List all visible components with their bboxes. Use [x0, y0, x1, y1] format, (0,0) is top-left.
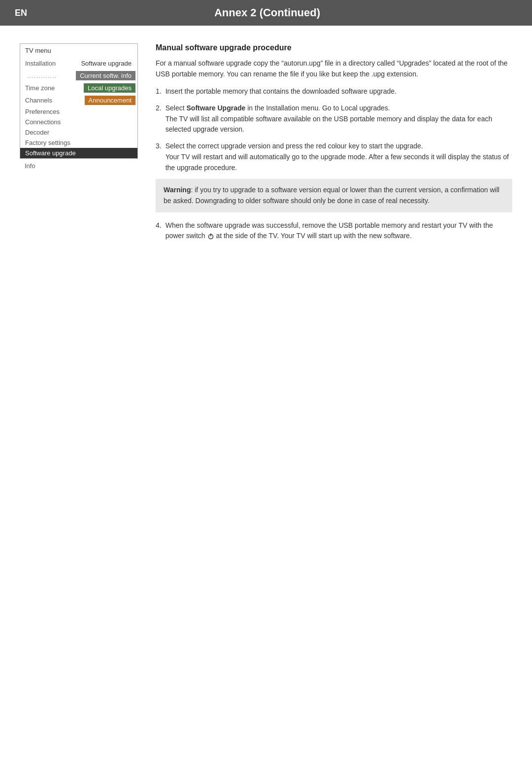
step-4-content: When the software upgrade was successful… — [166, 220, 512, 242]
warning-text: : if you try to upgrade to a software ve… — [164, 186, 499, 205]
tv-menu-box: TV menu Installation Software upgrade ..… — [20, 43, 138, 159]
step-1-number: 1. — [156, 86, 162, 97]
menu-row-timezone: Time zone Local upgrades — [20, 82, 137, 94]
menu-value-software-upgrade: Software upgrade — [77, 59, 135, 68]
warning-box: Warning: if you try to upgrade to a soft… — [156, 179, 512, 212]
step-1-content: Insert the portable memory that contains… — [166, 86, 512, 97]
step-1: 1. Insert the portable memory that conta… — [156, 86, 512, 97]
step4-list: 4. When the software upgrade was success… — [156, 220, 512, 242]
step-4: 4. When the software upgrade was success… — [156, 220, 512, 242]
header-bar: EN Annex 2 (Continued) — [0, 0, 532, 26]
menu-value-local-upgrades: Local upgrades — [84, 83, 135, 93]
menu-value-announcement: Announcement — [85, 96, 135, 105]
menu-row-software-upgrade-selected: Software upgrade — [20, 148, 137, 158]
menu-row-dots: ............. Current softw. info — [20, 70, 137, 82]
menu-label-dots: ............. — [22, 71, 76, 80]
step-2-number: 2. — [156, 103, 162, 135]
step-2-content: Select Software Upgrade in the Installat… — [166, 103, 512, 135]
page-title: Annex 2 (Continued) — [37, 6, 517, 19]
warning-bold: Warning — [164, 186, 191, 194]
menu-label-channels: Channels — [22, 96, 85, 105]
page-content: TV menu Installation Software upgrade ..… — [0, 26, 532, 267]
steps-list: 1. Insert the portable memory that conta… — [156, 86, 512, 173]
step-2-bold: Software Upgrade — [187, 104, 246, 112]
step-3: 3. Select the correct upgrade version an… — [156, 141, 512, 173]
menu-row-preferences: Preferences — [20, 106, 137, 117]
menu-row-factory-settings: Factory settings — [20, 138, 137, 148]
menu-row-connections: Connections — [20, 117, 137, 127]
menu-value-current-softw: Current softw. info — [76, 71, 135, 80]
menu-info-item: Info — [20, 160, 138, 172]
step-4-number: 4. — [156, 220, 162, 242]
menu-label-installation: Installation — [22, 59, 77, 68]
menu-row-channels: Channels Announcement — [20, 94, 137, 106]
intro-text: For a manual software upgrade copy the “… — [156, 58, 512, 79]
menu-row-decoder: Decoder — [20, 127, 137, 138]
lang-label: EN — [15, 8, 27, 18]
step-3-content: Select the correct upgrade version and p… — [166, 141, 512, 173]
power-icon — [207, 233, 214, 240]
main-content: Manual software upgrade procedure For a … — [156, 43, 512, 247]
menu-label-timezone: Time zone — [22, 83, 84, 93]
tv-menu-title: TV menu — [20, 44, 137, 57]
step-2: 2. Select Software Upgrade in the Instal… — [156, 103, 512, 135]
section-heading: Manual software upgrade procedure — [156, 43, 512, 52]
menu-row-installation: Installation Software upgrade — [20, 57, 137, 70]
step-3-number: 3. — [156, 141, 162, 173]
tv-menu-column: TV menu Installation Software upgrade ..… — [20, 43, 138, 247]
